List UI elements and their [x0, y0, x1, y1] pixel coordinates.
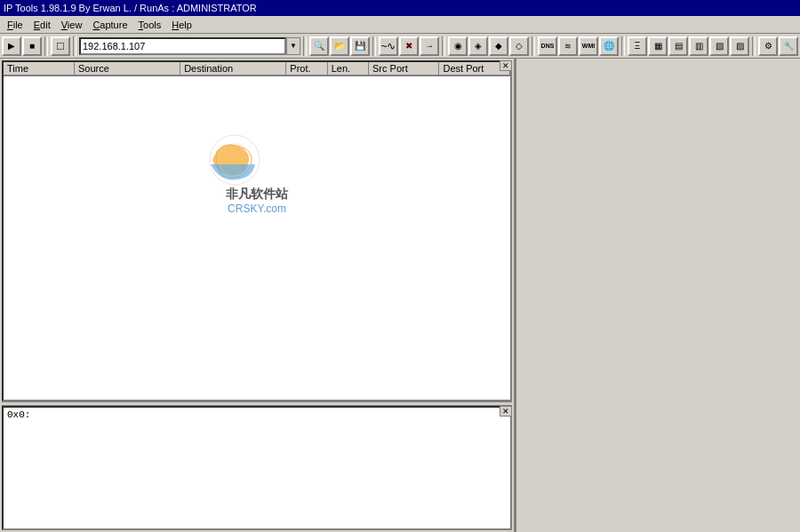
packet-panel-close[interactable]: ✕	[500, 60, 512, 71]
sep7	[621, 36, 625, 56]
arrow-button[interactable]: →	[420, 36, 439, 56]
sep2	[73, 36, 76, 56]
packet-list-panel: Time Source Destination Prot. Len. Src P…	[2, 60, 512, 401]
col-time[interactable]: Time	[4, 62, 74, 75]
col-source[interactable]: Source	[74, 62, 180, 75]
address-dropdown[interactable]: ▼	[286, 37, 300, 55]
save-button[interactable]: 💾	[350, 36, 370, 56]
open-button[interactable]: 📂	[330, 36, 349, 56]
hex-panel-close[interactable]: ✕	[500, 406, 512, 417]
sep3	[303, 36, 307, 56]
sep4	[372, 36, 376, 56]
sep8	[752, 36, 756, 56]
col-prot[interactable]: Prot.	[286, 62, 327, 75]
dns-button[interactable]: DNS	[538, 36, 557, 56]
menu-bar: File Edit View Capture Tools Help	[0, 16, 800, 34]
watermark-site: 非凡软件站	[226, 187, 288, 202]
bars1-button[interactable]: ▦	[648, 36, 668, 56]
watermark-logo	[204, 133, 310, 187]
main-area: ✕ Time Source Destination Prot. Len. Src…	[0, 59, 800, 532]
packet-table: Time Source Destination Prot. Len. Src P…	[4, 62, 510, 76]
sep6	[532, 36, 535, 56]
address-input[interactable]	[79, 37, 286, 55]
net-button[interactable]: ≋	[558, 36, 578, 56]
search-button[interactable]: 🔍	[309, 36, 329, 56]
bars3-button[interactable]: ▥	[689, 36, 708, 56]
col-len[interactable]: Len.	[327, 62, 368, 75]
bars2-button[interactable]: ▤	[668, 36, 688, 56]
hex-dump-panel: 0x0:	[2, 406, 512, 530]
sep1	[44, 36, 48, 56]
color-button[interactable]: ▨	[730, 36, 749, 56]
globe-button[interactable]: 🌐	[599, 36, 619, 56]
address-bar: ▼	[79, 37, 300, 55]
left-panel: ✕ Time Source Destination Prot. Len. Src…	[0, 59, 516, 532]
graph-button[interactable]: ~∿	[379, 36, 398, 56]
menu-view[interactable]: View	[56, 19, 88, 31]
col-destination[interactable]: Destination	[180, 62, 286, 75]
menu-capture[interactable]: Capture	[87, 19, 132, 31]
wmi-button[interactable]: WMI	[579, 36, 598, 56]
tools2-button[interactable]: 🔧	[779, 36, 798, 56]
right-panel	[516, 59, 800, 532]
capture4-button[interactable]: ◇	[509, 36, 529, 56]
x-button[interactable]: ✖	[399, 36, 419, 56]
menu-tools[interactable]: Tools	[133, 19, 167, 31]
packet-panel-controls: ✕	[500, 60, 512, 71]
hex-content: 0x0:	[7, 409, 30, 420]
menu-file[interactable]: File	[2, 19, 28, 31]
watermark-area: 非凡软件站 CRSKY.com	[4, 76, 510, 272]
title-text: IP Tools 1.98.1.9 By Erwan L. / RunAs : …	[4, 3, 257, 13]
capture3-button[interactable]: ◆	[489, 36, 508, 56]
table-button[interactable]: ▧	[709, 36, 729, 56]
menu-edit[interactable]: Edit	[28, 19, 56, 31]
new-button[interactable]: □	[51, 36, 70, 56]
title-bar: IP Tools 1.98.1.9 By Erwan L. / RunAs : …	[0, 0, 800, 16]
menu-help[interactable]: Help	[166, 19, 197, 31]
hex-panel-controls: ✕	[500, 406, 512, 417]
tools1-button[interactable]: ⚙	[758, 36, 778, 56]
stop-button[interactable]: ■	[22, 36, 42, 56]
play-button[interactable]: ▶	[2, 36, 21, 56]
watermark: 非凡软件站 CRSKY.com	[204, 133, 310, 215]
col-srcport[interactable]: Src Port	[369, 62, 439, 75]
capture1-button[interactable]: ◉	[448, 36, 468, 56]
xi-button[interactable]: Ξ	[628, 36, 647, 56]
capture2-button[interactable]: ◈	[468, 36, 488, 56]
sep5	[442, 36, 445, 56]
toolbar: ▶ ■ □ ▼ 🔍 📂 💾 ~∿ ✖ → ◉ ◈ ◆ ◇ DNS ≋ WMI 🌐…	[0, 34, 800, 59]
watermark-url: CRSKY.com	[228, 202, 286, 215]
